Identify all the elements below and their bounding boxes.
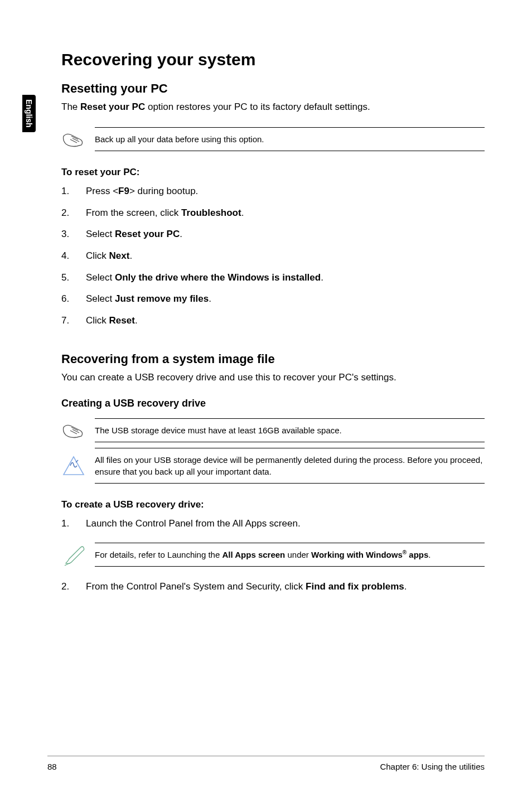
text-bold: Only the drive where the Windows is inst… — [115, 272, 321, 283]
step-text: Launch the Control Panel from the All Ap… — [86, 517, 485, 531]
text: Select — [86, 229, 115, 239]
step-text: From the screen, click Troubleshoot. — [86, 206, 485, 220]
chapter-title: Chapter 6: Using the utilities — [380, 762, 485, 771]
note-hand-icon — [61, 131, 95, 148]
text: . — [241, 207, 244, 218]
text: under — [285, 550, 311, 559]
text-bold: Troubleshoot — [181, 207, 241, 218]
text: Click — [86, 315, 109, 326]
text-bold: Next — [109, 250, 130, 261]
callout-text: For details, refer to Launching the All … — [95, 543, 485, 567]
text: . — [180, 229, 182, 239]
list-item: 2. From the Control Panel's System and S… — [61, 580, 485, 594]
list-item: 3.Select Reset your PC. — [61, 228, 485, 241]
text: . — [129, 250, 132, 261]
intro-recover-image: You can create a USB recovery drive and … — [61, 372, 485, 383]
step-text: From the Control Panel's System and Secu… — [86, 580, 485, 594]
steps-reset-pc: 1.Press <F9> during bootup. 2.From the s… — [61, 185, 485, 327]
text: . — [428, 550, 431, 559]
text-bold: Working with Windows® apps — [311, 550, 428, 559]
callout-text: Back up all your data before using this … — [95, 127, 485, 151]
text: For details, refer to Launching the — [95, 550, 222, 559]
step-number: 2. — [61, 206, 86, 220]
warning-icon — [61, 455, 95, 477]
page-content: Recovering your system Resetting your PC… — [0, 0, 532, 802]
text: Click — [86, 250, 109, 261]
text: . — [135, 315, 138, 326]
callout-backup: Back up all your data before using this … — [61, 127, 485, 151]
heading-resetting-pc: Resetting your PC — [61, 81, 485, 96]
callout-details-ref: For details, refer to Launching the All … — [61, 541, 485, 568]
text-bold: Reset — [109, 315, 135, 326]
steps-create-usb-cont: 2. From the Control Panel's System and S… — [61, 580, 485, 594]
list-item: 4.Click Next. — [61, 249, 485, 263]
text-bold: Find and fix problems — [306, 581, 404, 592]
list-item: 5.Select Only the drive where the Window… — [61, 271, 485, 285]
step-number: 7. — [61, 314, 86, 328]
text: option restores your PC to its factory d… — [145, 102, 370, 112]
text: . — [404, 581, 407, 592]
list-item: 6.Select Just remove my files. — [61, 292, 485, 306]
step-number: 5. — [61, 271, 86, 285]
callout-text: The USB storage device must have at leas… — [95, 418, 485, 442]
step-number: 1. — [61, 517, 86, 531]
step-number: 4. — [61, 249, 86, 263]
list-item: 1.Press <F9> during bootup. — [61, 185, 485, 199]
steps-create-usb: 1. Launch the Control Panel from the All… — [61, 517, 485, 531]
step-text: Select Reset your PC. — [86, 228, 485, 241]
text: From the screen, click — [86, 207, 181, 218]
subheading-usb-recovery: Creating a USB recovery drive — [61, 398, 485, 409]
note-hand-icon — [61, 422, 95, 439]
step-text: Press <F9> during bootup. — [86, 185, 485, 199]
subheading-reset-steps: To reset your PC: — [61, 167, 485, 178]
step-text: Click Next. — [86, 249, 485, 263]
step-number: 3. — [61, 228, 86, 241]
text: . — [321, 272, 323, 283]
text-bold: F9 — [118, 186, 129, 196]
step-text: Select Just remove my files. — [86, 292, 485, 306]
list-item: 2.From the screen, click Troubleshoot. — [61, 206, 485, 220]
step-text: Select Only the drive where the Windows … — [86, 271, 485, 285]
step-number: 1. — [61, 185, 86, 199]
list-item: 1. Launch the Control Panel from the All… — [61, 517, 485, 531]
text: Working with Windows — [311, 550, 403, 559]
text-bold: Reset your PC — [80, 102, 145, 112]
intro-reset-pc: The Reset your PC option restores your P… — [61, 102, 485, 113]
page-title: Recovering your system — [61, 50, 485, 69]
text-bold: Reset your PC — [115, 229, 180, 239]
callout-usb-delete: All files on your USB storage device wil… — [61, 448, 485, 484]
heading-recovering-image: Recovering from a system image file — [61, 352, 485, 366]
step-text: Click Reset. — [86, 314, 485, 328]
text-bold: Just remove my files — [115, 293, 209, 304]
text: > during bootup. — [129, 186, 198, 196]
text: . — [209, 293, 211, 304]
text: Press < — [86, 186, 118, 196]
text: Select — [86, 272, 115, 283]
text: Select — [86, 293, 115, 304]
subheading-create-usb: To create a USB recovery drive: — [61, 499, 485, 510]
step-number: 2. — [61, 580, 86, 594]
page-footer: 88 Chapter 6: Using the utilities — [47, 756, 485, 771]
step-number: 6. — [61, 292, 86, 306]
text-bold: All Apps screen — [222, 550, 285, 559]
page-number: 88 — [47, 762, 57, 771]
text: The — [61, 102, 80, 112]
list-item: 7.Click Reset. — [61, 314, 485, 328]
pen-icon — [61, 541, 95, 568]
callout-text: All files on your USB storage device wil… — [95, 448, 485, 484]
callout-usb-space: The USB storage device must have at leas… — [61, 418, 485, 442]
text: apps — [407, 550, 428, 559]
text: From the Control Panel's System and Secu… — [86, 581, 306, 592]
